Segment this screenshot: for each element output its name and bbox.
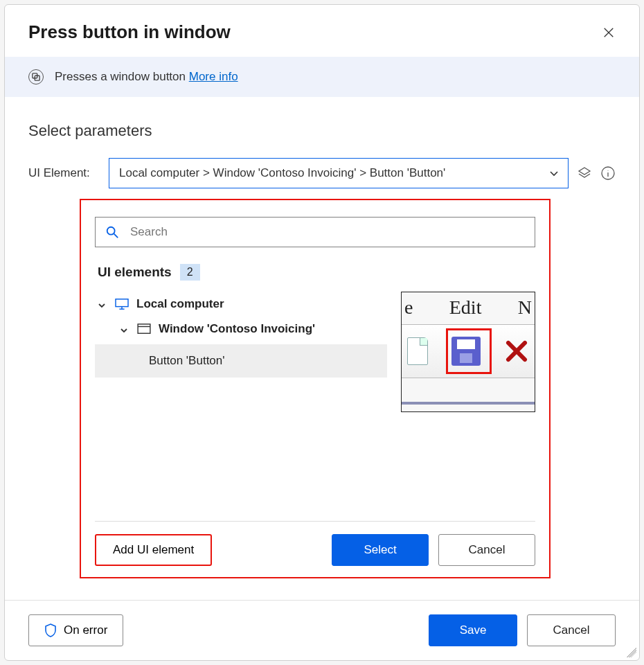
chevron-down-icon (120, 324, 129, 334)
ui-element-label: UI Element: (28, 166, 100, 180)
preview-menu-text: e Edit N (402, 296, 535, 319)
svg-rect-13 (138, 324, 150, 333)
section-title: Select parameters (28, 122, 616, 140)
svg-rect-10 (116, 299, 128, 307)
tree-node-button[interactable]: Button 'Button' (95, 344, 387, 378)
resize-grip[interactable] (627, 648, 636, 657)
save-button[interactable]: Save (429, 614, 517, 646)
ui-element-row: UI Element: Local computer > Window 'Con… (28, 158, 616, 188)
elements-header: UI elements 2 (98, 264, 535, 281)
elements-count: 2 (180, 264, 200, 281)
side-icons (577, 166, 616, 181)
add-ui-element-button[interactable]: Add UI element (95, 534, 212, 566)
target-crosshair-icon (446, 328, 492, 374)
shield-icon (44, 623, 57, 637)
layers-icon[interactable] (577, 166, 592, 181)
dialog-cancel-button[interactable]: Cancel (527, 614, 616, 646)
tree-label: Window 'Contoso Invoicing' (159, 322, 315, 336)
svg-marker-4 (579, 168, 590, 175)
search-icon (105, 225, 119, 239)
tree-node-computer[interactable]: Local computer (95, 292, 387, 317)
action-type-icon (28, 69, 44, 85)
ui-element-tree: Local computer Window 'Contoso Invoicing… (95, 292, 387, 378)
select-button[interactable]: Select (332, 534, 429, 566)
info-icon[interactable] (600, 166, 616, 181)
window-icon (136, 323, 152, 335)
on-error-button[interactable]: On error (28, 614, 123, 646)
action-dialog: Press button in window Presses a window … (4, 4, 640, 661)
ui-element-combo[interactable]: Local computer > Window 'Contoso Invoici… (109, 158, 569, 188)
svg-line-9 (114, 234, 118, 238)
info-banner: Presses a window button More info (5, 57, 639, 97)
page-icon (407, 337, 428, 365)
elements-label: UI elements (98, 265, 172, 280)
more-info-link[interactable]: More info (189, 70, 238, 83)
search-box[interactable] (95, 217, 535, 247)
picker-footer: Add UI element Select Cancel (95, 521, 535, 566)
ui-element-picker: UI elements 2 Local computer Window 'Con… (80, 199, 551, 578)
tree-node-window[interactable]: Window 'Contoso Invoicing' (95, 317, 387, 342)
chevron-down-icon (548, 168, 560, 179)
close-icon[interactable] (602, 26, 616, 39)
delete-icon (504, 339, 529, 364)
tree-label: Button 'Button' (149, 354, 225, 368)
titlebar: Press button in window (5, 5, 639, 57)
tree-preview-row: Local computer Window 'Contoso Invoicing… (95, 292, 535, 412)
dialog-title: Press button in window (28, 21, 231, 43)
search-input[interactable] (129, 224, 525, 240)
dialog-footer: On error Save Cancel (5, 600, 639, 660)
svg-point-8 (107, 227, 115, 235)
banner-text: Presses a window button More info (55, 70, 238, 84)
element-preview: e Edit N (401, 292, 535, 412)
chevron-down-icon (98, 299, 107, 309)
tree-label: Local computer (136, 297, 224, 311)
ui-element-value: Local computer > Window 'Contoso Invoici… (119, 166, 445, 180)
cancel-button[interactable]: Cancel (438, 534, 535, 566)
monitor-icon (114, 298, 129, 310)
preview-divider (402, 402, 535, 405)
